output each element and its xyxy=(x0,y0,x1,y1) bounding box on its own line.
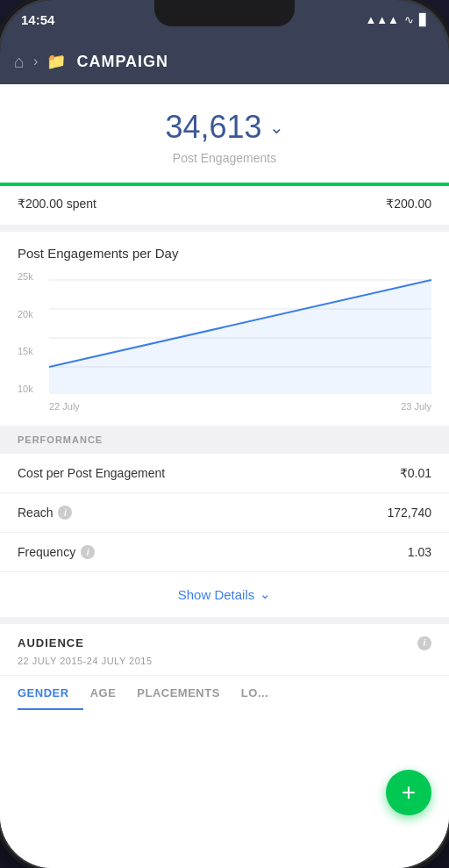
show-details-button[interactable]: Show Details ⌄ xyxy=(178,586,272,602)
audience-header: AUDIENCE i xyxy=(0,624,449,654)
nav-bar: ⌂ › 📁 CAMPAIGN xyxy=(0,39,449,84)
audience-title: AUDIENCE xyxy=(18,636,84,649)
chart-area: 25k 20k 15k 10k xyxy=(18,271,431,412)
folder-icon: 📁 xyxy=(46,52,66,71)
status-icons: ▲▲▲ ∿ ▊ xyxy=(365,13,428,26)
screen-content: 34,613 ⌄ Post Engagements ₹200.00 spent … xyxy=(0,84,449,868)
x-label-start: 22 July xyxy=(49,401,80,412)
breadcrumb-chevron: › xyxy=(33,54,38,69)
chart-y-labels: 25k 20k 15k 10k xyxy=(18,271,33,394)
perf-label-reach: Reach i xyxy=(18,506,72,520)
performance-list: Cost per Post Engagement ₹0.01 Reach i 1… xyxy=(0,454,449,571)
notch xyxy=(154,0,295,26)
y-label-10k: 10k xyxy=(18,384,33,394)
audience-tabs: GENDER AGE PLACEMENTS LO... xyxy=(0,675,449,710)
show-details-label: Show Details xyxy=(178,587,255,602)
reach-info-icon[interactable]: i xyxy=(58,506,72,520)
perf-value-reach: 172,740 xyxy=(387,506,431,520)
perf-row-cost: Cost per Post Engagement ₹0.01 xyxy=(0,454,449,493)
perf-row-frequency: Frequency i 1.03 xyxy=(0,533,449,571)
metric-label: Post Engagements xyxy=(21,151,428,165)
chart-svg-wrapper xyxy=(49,271,431,394)
metric-number: 34,613 xyxy=(165,109,261,146)
y-label-20k: 20k xyxy=(18,309,33,319)
phone-shell: 14:54 ▲▲▲ ∿ ▊ ⌂ › 📁 CAMPAIGN 34,613 ⌄ Po… xyxy=(0,0,449,868)
perf-label-cost: Cost per Post Engagement xyxy=(18,466,165,480)
audience-tab-age[interactable]: AGE xyxy=(90,676,131,710)
audience-tab-lo[interactable]: LO... xyxy=(241,676,282,710)
home-icon[interactable]: ⌂ xyxy=(14,52,25,72)
battery-icon: ▊ xyxy=(419,13,428,26)
perf-label-frequency: Frequency i xyxy=(18,545,95,559)
y-label-25k: 25k xyxy=(18,271,33,282)
perf-value-frequency: 1.03 xyxy=(408,545,431,559)
frequency-info-icon[interactable]: i xyxy=(81,545,95,559)
performance-section-header: PERFORMANCE xyxy=(0,426,449,454)
metric-value-row: 34,613 ⌄ xyxy=(21,109,428,146)
audience-info-icon[interactable]: i xyxy=(417,636,431,650)
budget-spent-label: ₹200.00 spent xyxy=(18,197,96,211)
fab-add-button[interactable]: + xyxy=(386,770,431,815)
show-details-row: Show Details ⌄ xyxy=(0,571,449,617)
signal-icon: ▲▲▲ xyxy=(365,13,399,26)
x-label-end: 23 July xyxy=(401,401,431,412)
chart-section: Post Engagements per Day 25k 20k 15k 10k xyxy=(0,232,449,426)
status-time: 14:54 xyxy=(21,12,54,27)
wifi-icon: ∿ xyxy=(404,13,414,26)
y-label-15k: 15k xyxy=(18,346,33,356)
progress-section: ₹200.00 spent ₹200.00 xyxy=(0,183,449,225)
budget-total-value: ₹200.00 xyxy=(386,197,431,211)
show-details-chevron-icon: ⌄ xyxy=(260,586,271,602)
audience-date: 22 JULY 2015-24 JULY 2015 xyxy=(0,654,449,675)
audience-tab-placements[interactable]: PLACEMENTS xyxy=(137,676,234,710)
chart-title: Post Engagements per Day xyxy=(18,246,431,261)
page-title: CAMPAIGN xyxy=(76,53,168,71)
audience-tab-gender[interactable]: GENDER xyxy=(18,676,83,710)
metric-dropdown-icon[interactable]: ⌄ xyxy=(269,117,284,138)
budget-row: ₹200.00 spent ₹200.00 xyxy=(0,186,449,211)
chart-svg xyxy=(49,271,431,394)
audience-section: AUDIENCE i 22 JULY 2015-24 JULY 2015 GEN… xyxy=(0,624,449,869)
svg-marker-4 xyxy=(49,280,431,394)
perf-value-cost: ₹0.01 xyxy=(400,466,431,480)
chart-x-labels: 22 July 23 July xyxy=(49,401,431,412)
perf-row-reach: Reach i 172,740 xyxy=(0,493,449,533)
metric-card: 34,613 ⌄ Post Engagements xyxy=(0,84,449,183)
fab-plus-icon: + xyxy=(402,778,416,807)
